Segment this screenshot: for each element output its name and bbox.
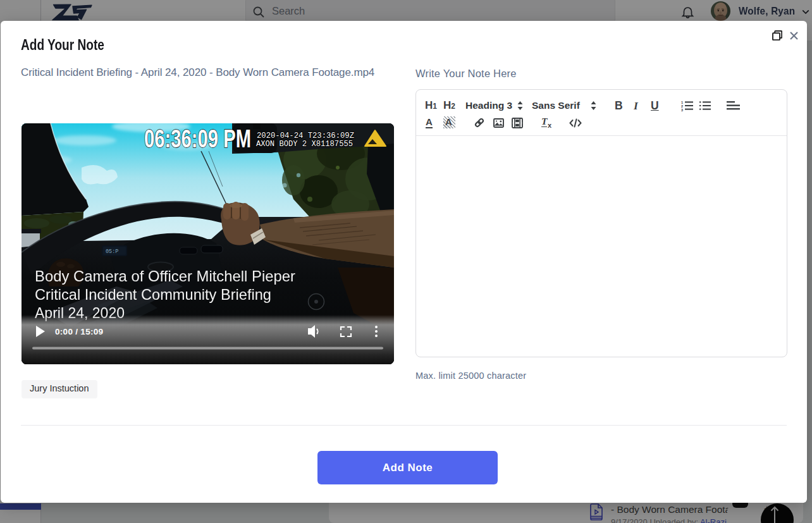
svg-text:05:P: 05:P: [106, 249, 118, 255]
svg-text:Body Camera of Officer Mitchel: Body Camera of Officer Mitchell Pieper: [35, 268, 295, 285]
svg-text:0:00 / 15:09: 0:00 / 15:09: [55, 327, 103, 336]
svg-text:AXON BODY 2 X81187555: AXON BODY 2 X81187555: [256, 139, 353, 149]
svg-text:Critical Incident Community Br: Critical Incident Community Briefing: [35, 286, 271, 303]
svg-text:06:36:09 PM: 06:36:09 PM: [144, 125, 251, 152]
svg-text:3: 3: [681, 108, 683, 111]
